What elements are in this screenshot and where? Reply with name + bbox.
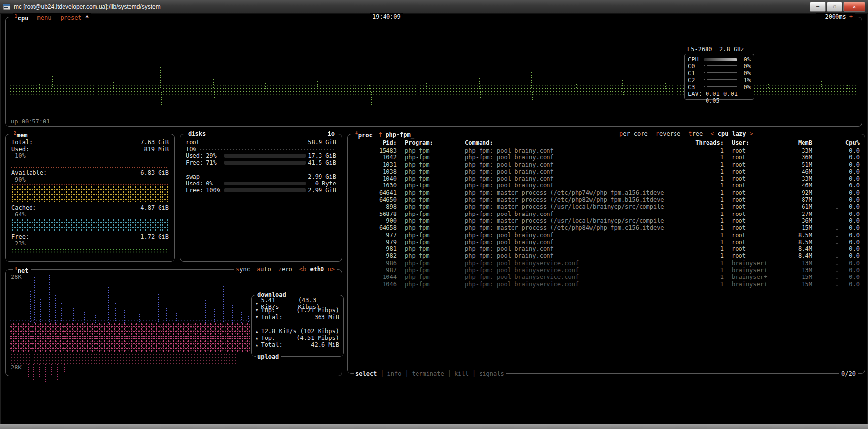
titlebar[interactable]: mc [root@ub24.itdeveloper.com.ua]:/lib/s…: [0, 0, 868, 14]
process-row[interactable]: 987 php-fpm php-fpm: pool brainyservice.…: [348, 267, 865, 274]
proc-panel-title[interactable]: 4proc: [355, 130, 373, 139]
disks-io-toggle[interactable]: io: [326, 130, 337, 137]
filter-input[interactable]: php-fpm_: [386, 131, 414, 138]
select-button[interactable]: select: [355, 370, 377, 377]
load-average-label: LAV:: [688, 91, 702, 97]
process-row[interactable]: 64658 php-fpm php-fpm: master process (/…: [348, 224, 865, 231]
header-user[interactable]: User:: [724, 139, 785, 146]
net-auto-toggle[interactable]: auto: [257, 266, 271, 273]
iface-prev-key: <b: [299, 266, 306, 273]
net-download-spike: [223, 286, 224, 323]
process-row[interactable]: 1031 php-fpm php-fpm: pool brainy.conf 1…: [348, 161, 865, 168]
process-row[interactable]: 1046 php-fpm php-fpm: pool brainyservice…: [348, 281, 865, 288]
process-row[interactable]: 1030 php-fpm php-fpm: pool brainy.conf 1…: [348, 182, 865, 189]
process-user: root: [724, 182, 785, 189]
kill-button[interactable]: kill: [454, 370, 469, 377]
process-row[interactable]: 898 php-fpm php-fpm: master process (/us…: [348, 203, 865, 210]
process-row[interactable]: 1044 php-fpm php-fpm: pool brainyservice…: [348, 274, 865, 280]
header-threads[interactable]: Threads:: [689, 139, 724, 146]
mem-panel-title[interactable]: 2mem: [14, 132, 28, 139]
proc-options: per-core reverse tree < cpu lazy >: [617, 130, 755, 137]
process-row[interactable]: 977 php-fpm php-fpm: pool brainy.conf 1 …: [348, 232, 865, 239]
disks-panel-title[interactable]: disks: [188, 130, 206, 137]
signals-button[interactable]: signals: [479, 370, 504, 377]
menu-button[interactable]: menu: [37, 14, 52, 21]
sort-next-key[interactable]: >: [750, 130, 753, 137]
header-mem[interactable]: MemB: [785, 139, 812, 146]
process-row[interactable]: 64650 php-fpm php-fpm: master process (/…: [348, 196, 865, 203]
process-filter[interactable]: f php-fpm_: [379, 131, 414, 138]
mem-total-row: Total:7.63 GiB: [11, 139, 169, 146]
process-command: php-fpm: pool brainy.conf: [463, 245, 689, 252]
process-mem: 92M: [785, 189, 812, 196]
process-pid: 1030: [354, 182, 397, 189]
terminate-button[interactable]: terminate: [412, 370, 444, 377]
load-average-values: 0.01 0.01 0.05: [706, 91, 751, 97]
cpu-stat-value: 0%: [739, 63, 751, 70]
process-row[interactable]: 1042 php-fpm php-fpm: pool brainy.conf 1…: [348, 154, 865, 161]
process-cpu: 0.0: [840, 147, 860, 154]
process-threads: 1: [689, 154, 724, 161]
cpu-graph-spike: [160, 67, 161, 89]
process-row[interactable]: 986 php-fpm php-fpm: pool brainyservice.…: [348, 260, 865, 267]
process-threads: 1: [689, 211, 724, 217]
process-threads: 1: [689, 260, 724, 267]
net-zero-toggle[interactable]: zero: [278, 266, 292, 273]
process-row[interactable]: 982 php-fpm php-fpm: pool brainy.conf 1 …: [348, 252, 865, 259]
process-row[interactable]: 900 php-fpm php-fpm: master process (/us…: [348, 217, 865, 224]
minimize-button[interactable]: ─: [810, 2, 826, 12]
process-command: php-fpm: pool brainy.conf: [463, 168, 689, 175]
tree-toggle[interactable]: tree: [688, 130, 703, 137]
cpu-graph-spike: [623, 92, 624, 97]
download-arrow-icon: ▼: [256, 300, 258, 307]
upload-arrow-icon: ▲: [256, 335, 258, 341]
close-button[interactable]: ✕: [843, 2, 865, 12]
net-box-number: 3: [15, 267, 17, 271]
preset-button[interactable]: preset *: [60, 14, 89, 21]
disk-used-value: 0 Byte: [315, 180, 336, 187]
net-sync-toggle[interactable]: sync: [236, 266, 250, 273]
process-program: php-fpm: [397, 245, 463, 252]
info-button[interactable]: info: [387, 370, 402, 377]
interval-decrease-button[interactable]: -: [818, 13, 822, 20]
process-program: php-fpm: [397, 274, 463, 280]
process-threads: 1: [689, 267, 724, 274]
net-speed-rows: ▼5.41 KiB/s(43.3 Kibps) ▼Top:(1.21 Mibps…: [252, 295, 343, 348]
mem-free-row: Free:1.72 GiB: [11, 233, 169, 240]
process-row[interactable]: 64641 php-fpm php-fpm: master process (/…: [348, 189, 865, 196]
process-cpu-graph: [812, 175, 840, 182]
process-row[interactable]: 1038 php-fpm php-fpm: pool brainy.conf 1…: [348, 168, 865, 175]
sort-selector[interactable]: < cpu lazy >: [710, 130, 753, 137]
net-download-spike: [166, 308, 167, 323]
download-speed-row: ▼5.41 KiB/s(43.3 Kibps): [252, 300, 343, 307]
process-pid: 987: [354, 267, 397, 274]
process-cpu: 0.0: [840, 274, 860, 280]
per-core-toggle[interactable]: per-core: [619, 130, 648, 137]
process-row[interactable]: 15483 php-fpm php-fpm: pool brainy.conf …: [348, 147, 865, 154]
process-mem: 8.4M: [785, 252, 812, 259]
process-command: php-fpm: master process (/etc/php84w/php…: [463, 224, 689, 231]
header-pid[interactable]: Pid:: [354, 139, 397, 146]
process-row[interactable]: 56878 php-fpm php-fpm: pool brainy.conf …: [348, 211, 865, 217]
process-row[interactable]: 979 php-fpm php-fpm: pool brainy.conf 1 …: [348, 239, 865, 245]
cpu-panel-title[interactable]: 1cpu: [15, 13, 29, 22]
core-usage-leader: [704, 72, 737, 73]
process-program: php-fpm: [397, 196, 463, 203]
net-download-spike: [176, 313, 177, 323]
terminal[interactable]: 1cpu menu preset * 19:40:09 - 2000ms + E…: [1, 14, 867, 424]
process-cpu: 0.0: [840, 232, 860, 239]
header-cpu[interactable]: Cpu%: [840, 139, 860, 146]
header-command[interactable]: Command:: [463, 139, 689, 146]
process-row[interactable]: 1040 php-fpm php-fpm: pool brainy.conf 1…: [348, 175, 865, 182]
upload-total-row: ▲Total:42.6 MiB: [252, 341, 343, 348]
process-mem: 8.5M: [785, 232, 812, 239]
iface-name: eth0: [310, 266, 324, 273]
interval-increase-button[interactable]: +: [849, 13, 853, 20]
sort-prev-key[interactable]: <: [710, 130, 714, 137]
maximize-button[interactable]: ❐: [827, 2, 842, 12]
net-interface-switcher[interactable]: <b eth0 n>: [299, 266, 335, 273]
process-cpu: 0.0: [840, 189, 860, 196]
header-program[interactable]: Program:: [397, 139, 463, 146]
process-row[interactable]: 981 php-fpm php-fpm: pool brainy.conf 1 …: [348, 245, 865, 252]
reverse-toggle[interactable]: reverse: [656, 130, 681, 137]
